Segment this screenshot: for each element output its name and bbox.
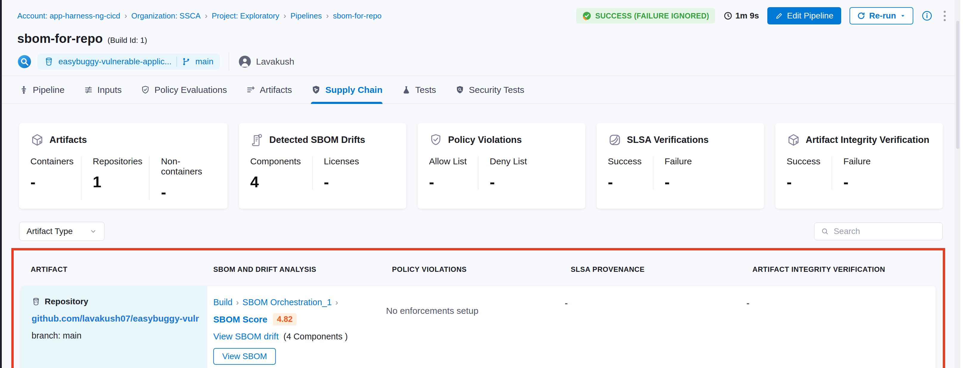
scrollbar-thumb[interactable] [956,21,959,149]
chevron-down-icon [89,227,97,235]
drift-components-count: (4 Components ) [283,332,348,341]
right-gutter [955,0,980,368]
svg-text:</>: </> [34,301,38,303]
artifact-type-label: Repository [45,297,88,306]
stat-label: Containers [30,156,70,167]
slsa-provenance-cell: - [565,286,746,368]
supply-chain-shield-icon [311,85,321,95]
stage-link[interactable]: Build [213,297,233,307]
tab-label: Artifacts [260,85,292,95]
duration-value: 1m 9s [735,11,759,21]
stat-integrity-failure: Failure - [843,156,888,190]
breadcrumb-organization[interactable]: Organization: SSCA [131,11,201,21]
stat-label: Success [787,156,820,167]
stat-value: - [490,174,535,190]
tab-pipeline[interactable]: Pipeline [19,76,65,104]
tab-tests[interactable]: Tests [401,76,436,104]
sbom-cell: Build › SBOM Orchestration_1 › SBOM Scor… [207,286,386,368]
pipeline-icon [19,85,29,95]
artifact-type-dropdown[interactable]: Artifact Type [19,222,105,241]
tab-inputs[interactable]: Inputs [84,76,122,104]
view-sbom-drift-link[interactable]: View SBOM drift [213,332,279,341]
more-options-menu-icon[interactable] [941,10,949,22]
stat-label: Non-containers [161,156,216,176]
user-name: Lavakush [256,57,294,67]
info-icon[interactable] [922,10,932,21]
breadcrumb-account[interactable]: Account: app-harness-ng-cicd [17,11,120,21]
stat-label: Deny List [490,156,535,167]
breadcrumb: Account: app-harness-ng-cicd › Organizat… [17,11,382,21]
edit-pipeline-label: Edit Pipeline [787,11,834,21]
artifact-cell: </> Repository github.com/lavakush07/eas… [21,286,207,368]
stat-value: - [787,174,820,190]
search-icon [821,227,829,236]
tab-label: Pipeline [33,85,65,95]
repository-pill[interactable]: </> easybuggy-vulnerable-applic... main [38,54,220,70]
filter-row: Artifact Type [19,222,943,241]
stat-value: - [608,174,642,190]
step-link[interactable]: SBOM Orchestration_1 [242,297,332,307]
card-slsa-verifications: SLSA Verifications Success - Failure - [597,123,764,209]
card-title: Detected SBOM Drifts [269,135,365,145]
rerun-icon [857,11,865,20]
view-sbom-button[interactable]: View SBOM [213,348,276,365]
tab-supply-chain[interactable]: Supply Chain [311,76,382,104]
svg-text:</>: </> [47,60,51,63]
column-artifact: ARTIFACT [21,265,207,274]
clock-icon [724,11,732,20]
shield-check-icon [141,85,150,95]
chevron-right-icon: › [236,298,239,307]
slsa-icon [608,133,622,147]
execution-header: Account: app-harness-ng-cicd › Organizat… [2,0,955,76]
artifact-integrity-cell: - [746,286,935,368]
tab-artifacts[interactable]: Artifacts [246,76,292,104]
security-shield-magnifier-icon [455,85,465,95]
artifact-repo-link[interactable]: github.com/lavakush07/easybuggy-vulner..… [32,314,199,324]
git-branch-icon [182,57,191,66]
scrollbar-track[interactable] [955,0,960,368]
card-title: SLSA Verifications [627,135,709,145]
column-policy-violations: POLICY VIOLATIONS [386,265,565,274]
duration: 1m 9s [724,11,759,21]
inputs-icon [84,85,93,95]
breadcrumb-pipeline-name[interactable]: sbom-for-repo [333,11,382,21]
chevron-right-icon: › [205,12,207,20]
user-avatar [238,55,252,68]
success-check-icon [582,11,592,21]
flask-icon [401,85,411,95]
sbom-score-label: SBOM Score [213,314,267,325]
rerun-button[interactable]: Re-run [850,7,913,24]
list-plus-icon [246,85,256,95]
tab-policy-evaluations[interactable]: Policy Evaluations [141,76,227,104]
stat-containers: Containers - [30,156,81,200]
breadcrumb-pipelines[interactable]: Pipelines [290,11,322,21]
stat-label: Success [608,156,642,167]
execution-tabs: Pipeline Inputs Policy Evaluations Artif… [2,76,955,104]
tab-security-tests[interactable]: Security Tests [455,76,524,104]
tab-label: Inputs [97,85,122,95]
breadcrumb-project[interactable]: Project: Exploratory [212,11,279,21]
branch-name: main [196,57,213,67]
stat-allow-list: Allow List - [429,156,478,190]
artifact-branch: branch: main [32,331,199,341]
stat-value: - [843,174,888,190]
card-title: Artifacts [49,135,87,145]
repository-icon: </> [32,297,40,306]
stat-deny-list: Deny List - [490,156,535,190]
stat-value: - [30,174,70,190]
artifact-type-label: Artifact Type [27,227,73,236]
search-input[interactable] [834,227,936,236]
table-header: ARTIFACT SBOM AND DRIFT ANALYSIS POLICY … [21,265,935,274]
stat-repositories: Repositories 1 [93,156,150,200]
card-title: Artifact Integrity Verification [806,135,929,145]
build-id: (Build Id: 1) [108,36,147,45]
sbom-score-badge: 4.82 [273,313,297,325]
stat-slsa-success: Success - [608,156,653,190]
stat-value: - [665,174,709,190]
stat-integrity-success: Success - [787,156,832,190]
stat-label: Failure [843,156,888,167]
pill-divider [177,57,177,67]
chevron-right-icon: › [336,298,338,307]
edit-pipeline-button[interactable]: Edit Pipeline [767,7,841,24]
stat-components: Components 4 [250,156,312,190]
